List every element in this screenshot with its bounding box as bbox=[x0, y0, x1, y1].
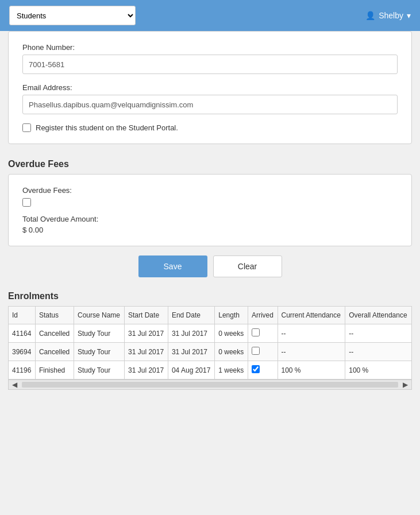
col-status: Status bbox=[35, 307, 74, 324]
user-icon: 👤 bbox=[365, 11, 375, 20]
user-name: Shelby bbox=[379, 11, 403, 20]
phone-label: Phone Number: bbox=[22, 43, 398, 52]
arrived-checkbox[interactable] bbox=[252, 347, 260, 355]
header: StudentsStaffCourses 👤 Shelby ▾ bbox=[0, 0, 420, 31]
total-overdue-value: $ 0.00 bbox=[22, 226, 398, 234]
overdue-heading: Overdue Fees bbox=[8, 153, 412, 174]
col-overall-attendance: Overall Attendance bbox=[345, 307, 412, 324]
col-start-date: Start Date bbox=[125, 307, 168, 324]
table-row: 41164CancelledStudy Tour31 Jul 201731 Ju… bbox=[9, 324, 412, 343]
phone-group: Phone Number: bbox=[22, 43, 398, 74]
main-content: Phone Number: Email Address: Register th… bbox=[0, 31, 420, 398]
col-end-date: End Date bbox=[168, 307, 214, 324]
col-id: Id bbox=[9, 307, 36, 324]
table-row: 39694CancelledStudy Tour31 Jul 201731 Ju… bbox=[9, 343, 412, 361]
overdue-fees-checkbox[interactable] bbox=[22, 198, 31, 207]
students-dropdown[interactable]: StudentsStaffCourses bbox=[9, 6, 136, 25]
register-checkbox[interactable] bbox=[22, 123, 31, 132]
action-buttons: Save Clear bbox=[8, 255, 412, 277]
email-group: Email Address: bbox=[22, 83, 398, 114]
save-button[interactable]: Save bbox=[138, 255, 207, 277]
scroll-track bbox=[22, 382, 398, 388]
total-overdue-label: Total Overdue Amount: bbox=[22, 215, 398, 223]
scroll-left-arrow[interactable]: ◀ bbox=[10, 381, 20, 389]
email-label: Email Address: bbox=[22, 83, 398, 92]
user-menu[interactable]: 👤 Shelby ▾ bbox=[365, 11, 411, 20]
col-arrived: Arrived bbox=[248, 307, 278, 324]
email-input[interactable] bbox=[22, 95, 398, 114]
contact-form-card: Phone Number: Email Address: Register th… bbox=[8, 31, 412, 144]
chevron-down-icon: ▾ bbox=[407, 11, 411, 20]
horizontal-scrollbar[interactable]: ◀ ▶ bbox=[8, 380, 412, 390]
enrolments-table: Id Status Course Name Start Date End Dat… bbox=[8, 306, 412, 380]
phone-input[interactable] bbox=[22, 55, 398, 74]
register-row: Register this student on the Student Por… bbox=[22, 123, 398, 132]
col-current-attendance: Current Attendance bbox=[278, 307, 345, 324]
register-label: Register this student on the Student Por… bbox=[36, 123, 178, 132]
table-row: 41196FinishedStudy Tour31 Jul 201704 Aug… bbox=[9, 361, 412, 380]
scroll-right-arrow[interactable]: ▶ bbox=[400, 381, 410, 389]
clear-button[interactable]: Clear bbox=[213, 255, 282, 277]
col-length: Length bbox=[215, 307, 248, 324]
arrived-checkbox[interactable] bbox=[252, 365, 260, 373]
overdue-fees-label: Overdue Fees: bbox=[22, 186, 398, 195]
overdue-card: Overdue Fees: Total Overdue Amount: $ 0.… bbox=[8, 174, 412, 246]
enrolments-heading: Enrolments bbox=[8, 288, 412, 306]
col-course-name: Course Name bbox=[74, 307, 125, 324]
table-header-row: Id Status Course Name Start Date End Dat… bbox=[9, 307, 412, 324]
arrived-checkbox[interactable] bbox=[252, 328, 260, 336]
